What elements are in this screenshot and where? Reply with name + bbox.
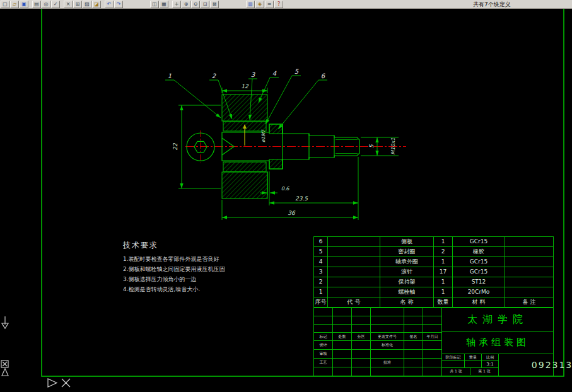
- designcenter-button[interactable]: ◈: [255, 1, 264, 8]
- bom-name: 侧板: [380, 237, 434, 246]
- sheets-total: 共 1 张: [442, 368, 470, 375]
- redo-button[interactable]: ↷: [114, 1, 123, 8]
- zoom-window-icon: ⊡: [201, 1, 209, 8]
- plot-preview-button[interactable]: ◎: [42, 1, 50, 8]
- bom-code: [328, 287, 380, 297]
- ucs-icon: [48, 379, 70, 387]
- zoom-extents-icon: ⊠: [211, 1, 218, 8]
- label-check: 审核: [314, 350, 333, 358]
- redo-icon: ↷: [115, 1, 122, 8]
- parts-list-table[interactable]: 6 侧板 1 GCr15 5 密封圈 2 橡胶 4 轴承外圈 1 GCr15 3…: [313, 236, 554, 308]
- dimensions[interactable]: 12 22 0.6 23.5: [172, 83, 399, 220]
- bom-header-name: 名 称: [380, 297, 434, 307]
- selected-entity[interactable]: [243, 124, 247, 146]
- balloon-2[interactable]: 2: [212, 72, 216, 79]
- toolbar: ▢ ▱ ▣ ▤ ◎ ✓ × ⊞ ▨ ◪ ↶ ↷ ◫ ▦ + ⊕ ⊖ ⊡ ⊠ ▥ …: [0, 0, 572, 9]
- bom-qty: 1: [434, 277, 453, 287]
- scale-value: 3:1: [482, 361, 498, 367]
- paste-icon: ▨: [83, 1, 91, 8]
- dim-text-23-5[interactable]: 23.5: [295, 195, 308, 202]
- bom-header-note: 备 注: [505, 297, 553, 307]
- title-block[interactable]: 标记 处数 分区 更改文件号 签名 年月日 设计 标准化 审核 工艺 批准: [313, 308, 554, 376]
- bom-code: [328, 237, 380, 246]
- outer-ring-bottom-section[interactable]: [222, 172, 267, 199]
- dim-text-22[interactable]: 22: [172, 142, 178, 151]
- bom-note: [505, 237, 553, 246]
- save-button[interactable]: ▣: [20, 1, 28, 8]
- autocad-window: ▢ ▱ ▣ ▤ ◎ ✓ × ⊞ ▨ ◪ ↶ ↷ ◫ ▦ + ⊕ ⊖ ⊡ ⊠ ▥ …: [0, 0, 572, 392]
- plot-icon: ▤: [33, 1, 40, 8]
- table-row: 1 螺栓轴 1 20CrMo: [314, 287, 553, 297]
- designcenter-icon: ◈: [256, 1, 264, 8]
- properties-button[interactable]: ▥: [246, 1, 255, 8]
- table-row: 3 滚针 17 GCr15: [314, 267, 553, 277]
- balloon-1[interactable]: 1: [168, 72, 172, 79]
- balloon-5[interactable]: 5: [295, 68, 299, 75]
- dim-text-0-6[interactable]: 0.6: [281, 186, 290, 192]
- layers-button[interactable]: ≡: [265, 1, 274, 8]
- copy-icon: ⊞: [74, 1, 81, 8]
- dim-text-12[interactable]: 12: [241, 83, 249, 89]
- flange-bottom-section[interactable]: [269, 159, 283, 169]
- tech-req-line-2: 2.侧板和螺栓轴之间固定要用液压机压固: [123, 264, 225, 274]
- copy-button[interactable]: ⊞: [73, 1, 82, 8]
- table-row: 4 轴承外圈 1 GCr15: [314, 257, 553, 267]
- needle-roller-bottom-section[interactable]: [223, 162, 266, 171]
- cut-icon: ×: [64, 1, 72, 8]
- open-file-button[interactable]: ▱: [10, 1, 19, 8]
- zoom-window-button[interactable]: ⊡: [201, 1, 209, 8]
- label-count: 处数: [333, 333, 352, 340]
- bom-qty: 1: [434, 257, 453, 267]
- bom-no: 2: [314, 277, 328, 287]
- match-properties-button[interactable]: ◪: [92, 1, 101, 8]
- bom-material: 20CrMo: [453, 287, 505, 297]
- new-file-button[interactable]: ▢: [1, 1, 9, 8]
- table-row: 5 密封圈 2 橡胶: [314, 247, 553, 257]
- match-properties-icon: ◪: [93, 1, 100, 8]
- paste-button[interactable]: ▨: [83, 1, 91, 8]
- balloon-3[interactable]: 3: [251, 71, 255, 78]
- zoom-out-button[interactable]: ⊖: [191, 1, 200, 8]
- tech-req-line-4: 4.检测是否转动灵活,噪音大小.: [123, 284, 225, 294]
- insert-block-button[interactable]: ◫: [150, 1, 159, 8]
- stage-weight-scale-grid: 阶段标记 重量 比例 3:1 共 1 张 第 1 张: [442, 354, 499, 376]
- zoom-extents-button[interactable]: ⊠: [210, 1, 219, 8]
- label-zone: 分区: [352, 333, 371, 340]
- bom-header-no: 序号: [314, 297, 328, 307]
- cut-button[interactable]: ×: [64, 1, 73, 8]
- bom-material: GCr15: [453, 267, 505, 277]
- help-button[interactable]: ?: [274, 1, 283, 8]
- spell-check-button[interactable]: ✓: [51, 1, 60, 8]
- table-row: 2 保持架 1 ST12: [314, 277, 553, 287]
- bom-no: 5: [314, 247, 328, 257]
- insert-block-icon: ◫: [151, 1, 158, 8]
- bom-material: GCr15: [453, 257, 505, 267]
- bom-qty: 1: [434, 287, 453, 297]
- tech-req-title: 技术要求: [123, 240, 225, 251]
- bom-header-qty: 数量: [434, 297, 453, 307]
- dim-text-m10x1[interactable]: M10x1: [390, 138, 396, 155]
- dim-text-36[interactable]: 36: [288, 210, 296, 216]
- label-change-doc: 更改文件号: [371, 333, 404, 340]
- bom-code: [328, 277, 380, 287]
- zoom-out-icon: ⊖: [192, 1, 199, 8]
- pan-button[interactable]: +: [172, 1, 181, 8]
- balloon-6[interactable]: 6: [321, 72, 326, 79]
- pan-icon: +: [173, 1, 180, 8]
- undo-button[interactable]: ↶: [105, 1, 114, 8]
- bom-code: [328, 257, 380, 267]
- technical-requirements[interactable]: 技术要求 1.装配时要检查各零部件外观是否良好 2.侧板和螺栓轴之间固定要用液压…: [123, 240, 225, 294]
- dim-text-5[interactable]: 5: [368, 144, 375, 148]
- dimension-top-width[interactable]: 12: [222, 83, 267, 93]
- plot-button[interactable]: ▤: [32, 1, 41, 8]
- label-stage-mark: 阶段标记: [442, 354, 465, 360]
- close-box-icon[interactable]: [1, 360, 8, 367]
- label-date: 年月日: [423, 333, 441, 340]
- make-block-button[interactable]: ▦: [160, 1, 168, 8]
- bom-no: 6: [314, 237, 328, 246]
- balloon-4[interactable]: 4: [272, 70, 277, 77]
- dim-text-bore-fit[interactable]: ø19f7: [261, 129, 266, 142]
- zoom-in-button[interactable]: ⊕: [182, 1, 190, 8]
- arrow-down-icon[interactable]: [2, 316, 8, 328]
- flange-top-section[interactable]: [269, 124, 283, 134]
